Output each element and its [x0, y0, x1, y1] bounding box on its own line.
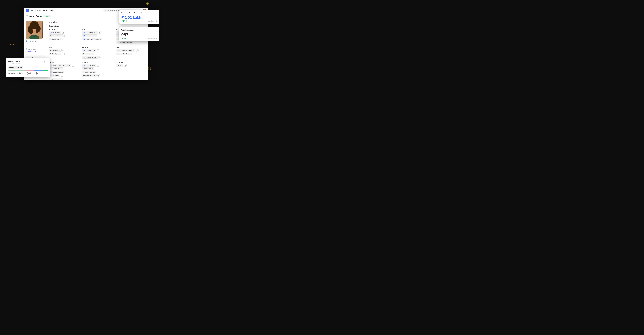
salary-widget-title: Outgoing Salary (Last Month) [121, 12, 143, 14]
employee-skill-map-tag[interactable]: Employee Skill Map [82, 74, 96, 77]
legend-dot-icon [17, 74, 18, 74]
leave-policy-add[interactable]: + [103, 38, 105, 40]
employee-checkin-add[interactable]: + [64, 38, 66, 40]
leave-allocation-tag[interactable]: 5 Leave Allocation [82, 34, 97, 37]
menu-icon[interactable]: ☰ [26, 15, 28, 17]
leave-allocation-add[interactable]: + [98, 34, 100, 37]
conn-employee-checkin: Employee Checkin + [49, 38, 80, 40]
section-leave-title: Leave [82, 28, 113, 30]
svg-point-19 [35, 35, 36, 36]
deco-star2-icon: ✦ [16, 20, 18, 22]
training-result-add[interactable]: + [94, 68, 97, 70]
deco-swirl-icon: ꕤ [146, 1, 149, 6]
legend-count: 4 [10, 74, 15, 75]
overview-chevron-icon: ▾ [58, 21, 58, 23]
conn-salary-structure: 5 Salary Structure Assignment + [49, 64, 80, 67]
attendance-add[interactable]: + [62, 31, 64, 34]
conn-employee-advance: 2 Employee Advance + [82, 56, 113, 58]
travel-request-tag[interactable]: Travel Request [82, 53, 94, 55]
app-icon[interactable]: E [26, 9, 29, 12]
conn-shift-request: Shift Request + [49, 49, 80, 52]
legend-count: 1 [36, 74, 39, 75]
conn-attendance-request: Attendance Request + [49, 34, 80, 37]
appraisal-tag[interactable]: Appraisal [116, 64, 124, 67]
salary-structure-add[interactable]: + [72, 64, 74, 66]
salary-slip-add[interactable]: + [64, 68, 66, 70]
deco-wave-icon: 〰 [10, 43, 14, 47]
conn-leave-policy: 1 Leave Policy Assignment + [82, 38, 113, 40]
svg-point-13 [34, 30, 34, 30]
attendance-request-add[interactable]: + [64, 34, 67, 37]
progress-bar [8, 70, 48, 71]
employee-checkin-tag[interactable]: Employee Checkin [49, 38, 63, 40]
expense-claim-add[interactable]: + [97, 50, 99, 52]
salary-widget-more[interactable]: ··· [156, 12, 158, 14]
additional-salary-add[interactable]: + [65, 71, 67, 73]
timesheet-add[interactable]: + [61, 74, 63, 76]
breadcrumb-hr[interactable]: HR [31, 10, 33, 12]
conn-training-result: Training Result + [82, 68, 113, 70]
benefit-claim-add[interactable]: + [133, 53, 136, 55]
training-event-add[interactable]: + [96, 64, 99, 66]
applicant-widget-title: Job Applicant Status [8, 60, 23, 62]
leave-application-tag[interactable]: 1 Leave Application [82, 31, 98, 34]
conn-benefit-application: Employee Benefit Application + [116, 49, 146, 52]
benefit-claim-tag[interactable]: Employee Benefit Claim [116, 53, 132, 55]
employee-advance-add[interactable]: + [100, 56, 102, 58]
training-feedback-tag[interactable]: Training Feedback [82, 71, 96, 74]
employee-grievance-add[interactable]: + [134, 41, 136, 44]
appraisal-add[interactable]: + [124, 64, 126, 66]
conn-employee-skill-map: Employee Skill Map + [82, 74, 113, 77]
applicant-widget-more[interactable]: ··· [46, 61, 48, 63]
additional-salary-tag[interactable]: 1 Additional Salary [49, 71, 64, 74]
leave-policy-tag[interactable]: 1 Leave Policy Assignment [82, 38, 102, 40]
salary-structure-tag[interactable]: 5 Salary Structure Assignment [49, 64, 71, 67]
attachment-file-link[interactable]: employeedf703 ▾ [26, 51, 45, 52]
timesheet-tag[interactable]: 2 Timesheet [49, 74, 60, 77]
deco-star1-icon: ✦ [19, 17, 21, 20]
up-arrow-icon: ↗ [121, 20, 123, 22]
conn-shift-assignment: Shift Assignment + [49, 53, 80, 55]
expense-claim-tag[interactable]: 5 Expense Claim [82, 49, 96, 52]
employees-widget-more[interactable]: ··· [156, 29, 158, 31]
salary-growth-label: since last month [148, 20, 158, 22]
person-icon: 👤 [26, 40, 28, 42]
employee-grievance-tag[interactable]: 2 Employee Grievance [116, 41, 133, 44]
legend-label: Rejected [27, 72, 32, 74]
employee-advance-tag[interactable]: 2 Employee Advance [82, 56, 99, 58]
section-expense-title: Expense [82, 47, 113, 48]
section-leave: Leave 1 Leave Application + 5 Leave Allo… [82, 28, 113, 44]
attendance-tag[interactable]: 44 Attendance [49, 31, 61, 34]
progress-segment [34, 70, 43, 71]
training-event-tag[interactable]: 1 Training Event [82, 64, 96, 67]
connections-header[interactable]: Connections ∧ [49, 25, 146, 27]
status-badge: + Active [44, 15, 50, 17]
progress-segment [8, 70, 26, 71]
salary-amount: ₹ 1.02 Lakh [121, 15, 158, 20]
leave-application-add[interactable]: + [98, 31, 101, 34]
breadcrumb-employee[interactable]: Employee [34, 10, 41, 12]
shift-request-add[interactable]: + [60, 50, 62, 52]
legend-label: Accepted [10, 72, 15, 74]
shift-assignment-add[interactable]: + [62, 53, 64, 55]
section-expense: Expense 5 Expense Claim + Travel Request… [82, 47, 113, 60]
section-payroll: Payroll 5 Salary Structure Assignment + … [49, 62, 80, 80]
filter-icon[interactable]: ⊟ [44, 61, 45, 63]
training-feedback-add[interactable]: + [96, 71, 99, 73]
shift-assignment-tag[interactable]: Shift Assignment [49, 53, 62, 55]
employee-skill-map-add[interactable]: + [97, 74, 100, 76]
employees-widget: Total Employees ··· 987 ↗ 20 % since las… [119, 27, 160, 41]
employee-incentive-tag[interactable]: Employee Incentive [49, 78, 63, 80]
travel-request-add[interactable]: + [94, 53, 97, 55]
shift-request-tag[interactable]: Shift Request [49, 49, 60, 52]
training-result-tag[interactable]: Training Result [82, 68, 94, 70]
applicant-widget-subtitle: Last synced just now [8, 62, 23, 64]
employee-incentive-add[interactable]: + [64, 78, 66, 80]
benefit-application-tag[interactable]: Employee Benefit Application [116, 49, 136, 52]
section-evaluation-title: Evaluation [116, 62, 146, 63]
attendance-request-tag[interactable]: Attendance Request [49, 34, 64, 37]
salary-widget: Outgoing Salary (Last Month) ··· ₹ 1.02 … [119, 10, 160, 24]
benefit-application-add[interactable]: + [136, 50, 138, 52]
add-assigned-button[interactable]: + [26, 43, 28, 46]
salary-slip-tag[interactable]: 5 Salary Slip 3 [49, 68, 63, 70]
